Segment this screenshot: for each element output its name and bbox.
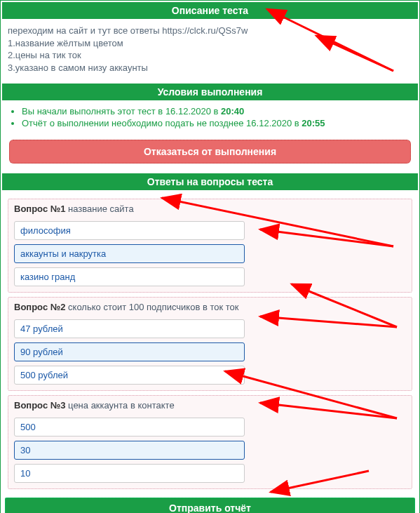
question-box: Вопрос №3 цена аккаунта в контакте 500 3… xyxy=(8,395,412,489)
answer-option[interactable]: 500 xyxy=(14,418,245,437)
answer-option[interactable]: философия xyxy=(14,221,245,240)
answer-option[interactable]: 10 xyxy=(14,464,245,483)
answer-option[interactable]: 30 xyxy=(14,441,245,460)
question-box: Вопрос №1 название сайта философия аккау… xyxy=(8,199,412,293)
description-line: 1.название жёлтым цветом xyxy=(8,37,412,50)
question-header: Вопрос №1 название сайта xyxy=(8,199,412,218)
description-line: переходим на сайт и тут все ответы https… xyxy=(8,25,412,37)
answer-option[interactable]: 500 рублей xyxy=(14,366,245,385)
answer-option[interactable]: 90 рублей xyxy=(14,342,245,361)
answer-option[interactable]: аккаунты и накрутка xyxy=(14,244,245,263)
answer-option[interactable]: 47 рублей xyxy=(14,319,245,338)
conditions-body: Вы начали выполнять этот тест в 16.12.20… xyxy=(2,100,418,137)
description-body: переходим на сайт и тут все ответы https… xyxy=(2,19,418,84)
condition-item: Вы начали выполнять этот тест в 16.12.20… xyxy=(22,106,412,116)
answer-option[interactable]: казино гранд xyxy=(14,267,245,286)
decline-button[interactable]: Отказаться от выполнения xyxy=(9,140,411,164)
condition-item: Отчёт о выполнении необходимо подать не … xyxy=(22,118,412,128)
question-header: Вопрос №2 сколько стоит 100 подписчиков … xyxy=(8,298,412,317)
question-box: Вопрос №2 сколько стоит 100 подписчиков … xyxy=(8,297,412,391)
description-header: Описание теста xyxy=(2,2,418,19)
submit-button[interactable]: Отправить отчёт xyxy=(5,498,415,513)
question-header: Вопрос №3 цена аккаунта в контакте xyxy=(8,396,412,415)
description-line: 2.цены на тик ток xyxy=(8,49,412,62)
answers-header: Ответы на вопросы теста xyxy=(2,173,418,190)
description-line: 3.указано в самом низу аккаунты xyxy=(8,62,412,74)
conditions-header: Условия выполнения xyxy=(2,84,418,100)
